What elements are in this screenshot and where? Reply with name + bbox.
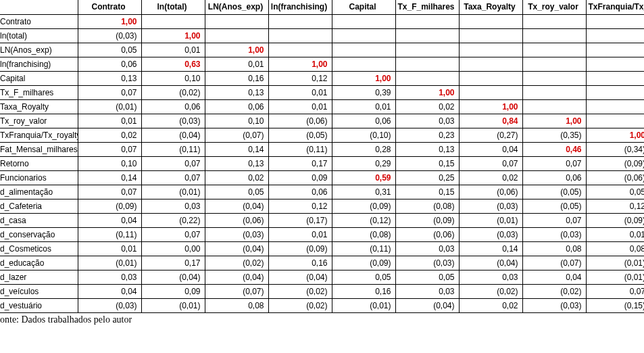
row-label: TxFranquia/Tx_royalty [0, 128, 78, 142]
cell-value: (0,04) [205, 270, 268, 284]
table-row: Funcionarios0,140,070,020,090,590,250,02… [0, 170, 644, 185]
column-header: Tx_roy_valor [522, 0, 586, 14]
cell-value: (0,02) [459, 284, 522, 298]
cell-value: 0,28 [332, 142, 395, 156]
cell-value [459, 14, 522, 28]
cell-value: 0,12 [586, 199, 644, 213]
cell-value: 0,29 [332, 156, 395, 170]
cell-value: (0,06) [205, 213, 268, 227]
cell-value: 0,23 [395, 128, 459, 142]
cell-value: (0,03) [459, 227, 522, 241]
cell-value: 0,05 [332, 270, 395, 284]
row-label: Retorno [0, 156, 78, 170]
cell-value: 0,07 [522, 213, 586, 227]
cell-value: (0,01) [332, 298, 395, 312]
table-row: Contrato1,00 [0, 14, 644, 28]
table-row: d_alimentação0,07(0,01)0,050,060,310,15(… [0, 185, 644, 199]
cell-value: (0,10) [332, 128, 395, 142]
cell-value [522, 43, 586, 57]
cell-value: 0,01 [205, 57, 268, 71]
cell-value: 1,00 [522, 114, 586, 128]
cell-value [395, 14, 459, 28]
cell-value: 0,01 [268, 227, 332, 241]
cell-value: 0,13 [78, 71, 141, 85]
cell-value: (0,09) [78, 199, 141, 213]
cell-value [141, 14, 205, 28]
cell-value: 0,31 [332, 185, 395, 199]
cell-value: 0,04 [78, 284, 141, 298]
cell-value: (0,11) [268, 142, 332, 156]
cell-value: (0,04) [459, 256, 522, 270]
cell-value: (0,02) [522, 284, 586, 298]
cell-value: (0,03) [522, 298, 586, 312]
cell-value: (0,06) [268, 114, 332, 128]
table-row: d_veículos0,040,09(0,07)(0,02)0,160,03(0… [0, 284, 644, 298]
column-header: Tx_F_milhares [395, 0, 459, 14]
cell-value: (0,01) [141, 185, 205, 199]
cell-value: (0,03) [78, 298, 141, 312]
table-row: d_educação(0,01)0,17(0,02)0,16(0,09)(0,0… [0, 256, 644, 270]
cell-value: 0,00 [141, 241, 205, 256]
cell-value: (0,03) [522, 227, 586, 241]
cell-value: (0,01) [586, 256, 644, 270]
cell-value: (0,03) [395, 256, 459, 270]
cell-value: 0,14 [205, 142, 268, 156]
row-label: Tx_F_milhares [0, 85, 78, 99]
cell-value: (0,03) [205, 227, 268, 241]
cell-value [332, 57, 395, 71]
cell-value: 0,05 [205, 185, 268, 199]
cell-value: 0,01 [78, 241, 141, 256]
cell-value: (0,17) [268, 213, 332, 227]
cell-value: 0,07 [78, 142, 141, 156]
row-label: Capital [0, 71, 78, 85]
cell-value: (0,03) [141, 114, 205, 128]
cell-value [522, 85, 586, 99]
cell-value: 0,01 [586, 227, 644, 241]
cell-value [459, 57, 522, 71]
cell-value: 0,15 [395, 156, 459, 170]
column-header: Capital [332, 0, 395, 14]
cell-value: (0,05) [522, 199, 586, 213]
cell-value: 0,04 [78, 213, 141, 227]
cell-value: (0,01) [78, 99, 141, 114]
cell-value: (0,02) [268, 298, 332, 312]
cell-value: 0,07 [459, 156, 522, 170]
cell-value: 0,63 [141, 57, 205, 71]
table-row: Fat_Mensal_milhares0,07(0,11)0,14(0,11)0… [0, 142, 644, 156]
cell-value: 0,13 [205, 156, 268, 170]
cell-value: 0,13 [205, 85, 268, 99]
cell-value: (0,09) [332, 256, 395, 270]
cell-value [586, 71, 644, 85]
cell-value: 0,08 [586, 241, 644, 256]
cell-value: (0,06) [459, 185, 522, 199]
cell-value: 0,05 [78, 43, 141, 57]
table-row: ln(franchising)0,060,630,011,00 [0, 57, 644, 71]
cell-value [268, 14, 332, 28]
cell-value: 1,00 [268, 57, 332, 71]
table-row: d_casa0,04(0,22)(0,06)(0,17)(0,12)(0,09)… [0, 213, 644, 227]
cell-value: 0,03 [395, 114, 459, 128]
cell-value: (0,01) [141, 298, 205, 312]
cell-value: 0,25 [395, 170, 459, 185]
cell-value [332, 14, 395, 28]
table-row: Tx_F_milhares0,07(0,02)0,130,010,391,00 [0, 85, 644, 99]
cell-value: 0,02 [205, 170, 268, 185]
cell-value: (0,07) [522, 256, 586, 270]
row-label: d_educação [0, 256, 78, 270]
cell-value: (0,01) [459, 213, 522, 227]
column-header: Taxa_Royalty [459, 0, 522, 14]
table-row: Capital0,130,100,160,121,00 [0, 71, 644, 85]
cell-value [395, 71, 459, 85]
row-label: d_Cafeteria [0, 199, 78, 213]
cell-value: 0,07 [522, 156, 586, 170]
table-row: d_conservação(0,11)0,07(0,03)0,01(0,08)(… [0, 227, 644, 241]
cell-value: 0,03 [78, 270, 141, 284]
cell-value: 0,06 [522, 170, 586, 185]
row-label: ln(franchising) [0, 57, 78, 71]
cell-value [586, 114, 644, 128]
row-label: Taxa_Royalty [0, 99, 78, 114]
cell-value: (0,07) [205, 128, 268, 142]
table-row: Tx_roy_valor0,01(0,03)0,10(0,06)0,060,03… [0, 114, 644, 128]
cell-value [586, 43, 644, 57]
cell-value: 1,00 [459, 99, 522, 114]
